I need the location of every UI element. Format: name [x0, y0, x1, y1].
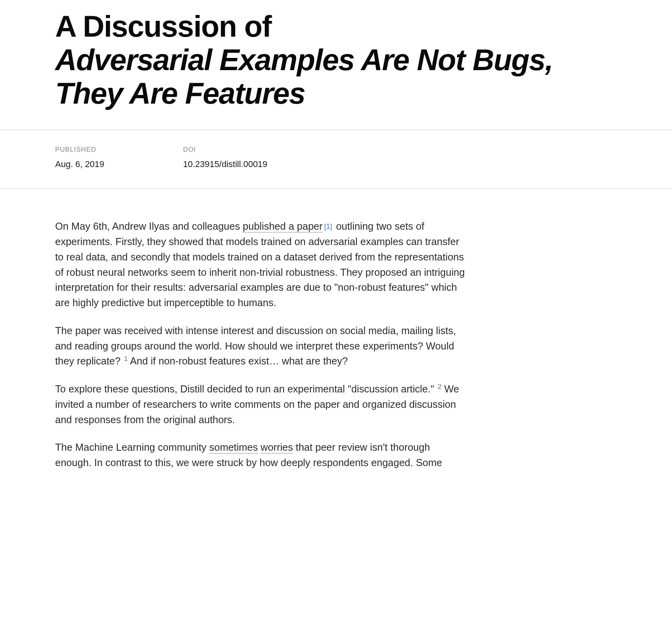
footnote-2[interactable]: 2	[438, 383, 441, 390]
paragraph-1: On May 6th, Andrew Ilyas and colleagues …	[55, 219, 469, 310]
published-date: Aug. 6, 2019	[55, 159, 104, 169]
published-paper-link[interactable]: published a paper	[243, 221, 323, 232]
doi-value: 10.23915/distill.00019	[183, 159, 267, 169]
article-header: A Discussion of Adversarial Examples Are…	[0, 0, 672, 130]
paragraph-4: The Machine Learning community sometimes…	[55, 440, 469, 470]
citation-1[interactable]: [1]	[324, 223, 332, 230]
paragraph-2: The paper was received with intense inte…	[55, 323, 469, 369]
worries-link[interactable]: worries	[261, 442, 293, 453]
sometimes-link[interactable]: sometimes	[209, 442, 258, 453]
published-label: PUBLISHED	[55, 146, 104, 154]
article-body: On May 6th, Andrew Ilyas and colleagues …	[0, 189, 524, 470]
doi-label: DOI	[183, 146, 267, 154]
title-italic: Adversarial Examples Are Not Bugs, They …	[55, 43, 553, 110]
title-prefix: A Discussion of	[55, 9, 271, 43]
article-title: A Discussion of Adversarial Examples Are…	[55, 9, 617, 110]
footnote-1[interactable]: 1	[124, 355, 128, 362]
paragraph-3: To explore these questions, Distill deci…	[55, 381, 469, 427]
doi-block: DOI 10.23915/distill.00019	[183, 146, 267, 169]
published-block: PUBLISHED Aug. 6, 2019	[55, 146, 104, 169]
metadata-bar: PUBLISHED Aug. 6, 2019 DOI 10.23915/dist…	[0, 130, 672, 189]
